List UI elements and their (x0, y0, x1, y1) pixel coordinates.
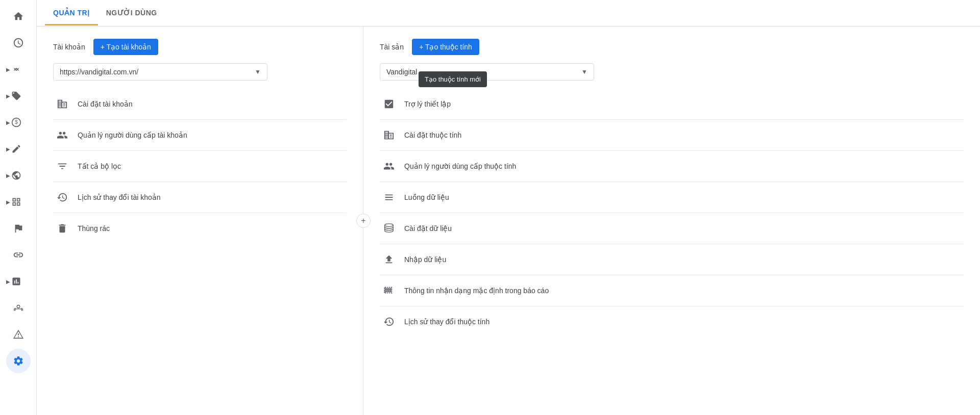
menu-item-label: Tất cả bộ lọc (78, 162, 121, 170)
menu-item-label: Quản lý người dùng cấp thuộc tính (404, 162, 516, 170)
sidebar-item-chart[interactable]: ▶ (4, 269, 33, 294)
sidebar-item-flag[interactable] (6, 216, 31, 241)
expand-arrow-icon4: ▶ (6, 146, 10, 152)
left-panel-label: Tài khoản (53, 43, 85, 51)
menu-item-lich-su[interactable]: Lịch sử thay đổi tài khoản (53, 182, 347, 213)
sidebar-item-money[interactable]: ▶ $ (4, 110, 33, 135)
tab-nguoi-dung[interactable]: NGƯỜI DÙNG (98, 2, 165, 25)
property-dropdown-value: Vandigital (386, 68, 417, 76)
menu-item-label: Quản lý người dùng cấp tài khoản (78, 131, 187, 139)
create-account-button[interactable]: + Tạo tài khoản (93, 39, 158, 55)
menu-item-thung-rac[interactable]: Thùng rác (53, 213, 347, 244)
menu-item-quan-ly-nguoi-dung[interactable]: Quản lý người dùng cấp tài khoản (53, 120, 347, 151)
menu-item-quan-ly-thuoc-tinh[interactable]: Quản lý người dùng cấp thuộc tính (380, 151, 964, 182)
menu-item-tat-ca-bo-loc[interactable]: Tất cả bộ lọc (53, 151, 347, 182)
menu-item-cai-dat-thuoc-tinh[interactable]: Cài đặt thuộc tính (380, 120, 964, 151)
menu-item-tro-ly[interactable]: Trợ lý thiết lập (380, 89, 964, 120)
sidebar-item-globe[interactable]: ▶ (4, 163, 33, 188)
sidebar-item-home[interactable] (6, 4, 31, 29)
create-property-button[interactable]: + Tạo thuộc tính (412, 39, 479, 55)
sidebar-item-edit[interactable]: ▶ (4, 137, 33, 161)
expand-arrow-icon2: ▶ (6, 93, 10, 99)
svg-point-2 (385, 224, 394, 227)
sidebar-item-warning[interactable] (6, 322, 31, 347)
upload-icon (382, 252, 396, 267)
dropdown-arrow-icon2: ▼ (581, 68, 587, 75)
identity-icon (382, 283, 396, 298)
right-menu-list: Trợ lý thiết lập Cài đặt thuộc tính Quản… (380, 89, 964, 337)
people-icon (55, 128, 69, 142)
main-content: QUẢN TRỊ NGƯỜI DÙNG Tài khoản + Tạo tài … (37, 0, 980, 415)
menu-item-label: Trợ lý thiết lập (404, 100, 451, 108)
left-panel-header: Tài khoản + Tạo tài khoản (53, 39, 347, 55)
menu-item-label: Thông tin nhận dạng mặc định trong báo c… (404, 287, 549, 295)
account-dropdown-value: https://vandigital.com.vn/ (60, 68, 138, 76)
sidebar-item-layout[interactable]: ▶ (4, 190, 33, 214)
expand-arrow-icon3: ▶ (6, 120, 10, 125)
menu-item-label: Cài đặt thuộc tính (404, 131, 461, 139)
sidebar-item-link[interactable] (6, 243, 31, 267)
history-icon (55, 190, 69, 204)
filter-icon (55, 159, 69, 173)
menu-item-label: Nhập dữ liệu (404, 255, 446, 264)
menu-item-label: Thùng rác (78, 224, 110, 232)
menu-item-nhap-du-lieu[interactable]: Nhập dữ liệu (380, 244, 964, 275)
menu-item-lich-su-thuoc-tinh[interactable]: Lịch sử thay đổi thuộc tính (380, 306, 964, 337)
expand-arrow-icon: ▶ (6, 67, 10, 72)
left-panel: Tài khoản + Tạo tài khoản https://vandig… (37, 27, 363, 415)
left-menu-list: Cài đặt tài khoản Quản lý người dùng cấp… (53, 89, 347, 244)
menu-item-label: Lịch sử thay đổi tài khoản (78, 193, 161, 201)
expand-arrow-icon5: ▶ (6, 173, 10, 178)
right-panel-header: Tài sản + Tạo thuộc tính (380, 39, 964, 55)
building-icon (55, 97, 69, 111)
menu-item-cai-dat-tai-khoan[interactable]: Cài đặt tài khoản (53, 89, 347, 120)
menu-item-label: Lịch sử thay đổi thuộc tính (404, 318, 489, 326)
menu-item-cai-dat-du-lieu[interactable]: Cài đặt dữ liệu (380, 213, 964, 244)
database-icon (382, 221, 396, 236)
property-dropdown[interactable]: Vandigital ▼ (380, 63, 594, 81)
menu-item-label: Cài đặt tài khoản (78, 100, 133, 108)
dropdown-arrow-icon: ▼ (255, 68, 261, 75)
people-icon2 (382, 159, 396, 173)
sidebar-item-tag[interactable]: ▶ (4, 84, 33, 108)
tab-quan-tri[interactable]: QUẢN TRỊ (45, 2, 98, 25)
sidebar-item-explore[interactable]: ▶ (4, 57, 33, 82)
sidebar-item-users[interactable] (6, 296, 31, 320)
trash-icon (55, 221, 69, 236)
content-panels: Tài khoản + Tạo tài khoản https://vandig… (37, 27, 980, 415)
right-panel-label: Tài sản (380, 43, 404, 51)
menu-item-luong-du-lieu[interactable]: Luồng dữ liệu (380, 182, 964, 213)
account-dropdown[interactable]: https://vandigital.com.vn/ ▼ (53, 63, 267, 81)
menu-item-label: Cài đặt dữ liệu (404, 224, 452, 232)
connector-icon: + (356, 214, 371, 228)
svg-text:$: $ (15, 119, 18, 125)
history-icon2 (382, 315, 396, 329)
streams-icon (382, 190, 396, 204)
menu-item-label: Luồng dữ liệu (404, 193, 449, 201)
expand-arrow-icon6: ▶ (6, 199, 10, 205)
top-tabs: QUẢN TRỊ NGƯỜI DÙNG (37, 0, 980, 27)
expand-arrow-icon7: ▶ (6, 279, 10, 284)
menu-item-thong-tin-nhan-dang[interactable]: Thông tin nhận dạng mặc định trong báo c… (380, 275, 964, 306)
right-panel: Tạo thuộc tính mới Tài sản + Tạo thuộc t… (363, 27, 980, 415)
sidebar: ▶ ▶ ▶ $ ▶ ▶ ▶ ▶ (0, 0, 37, 415)
sidebar-item-clock[interactable] (6, 31, 31, 55)
sidebar-item-gear[interactable] (6, 349, 31, 373)
setup-icon (382, 97, 396, 111)
building-icon2 (382, 128, 396, 142)
